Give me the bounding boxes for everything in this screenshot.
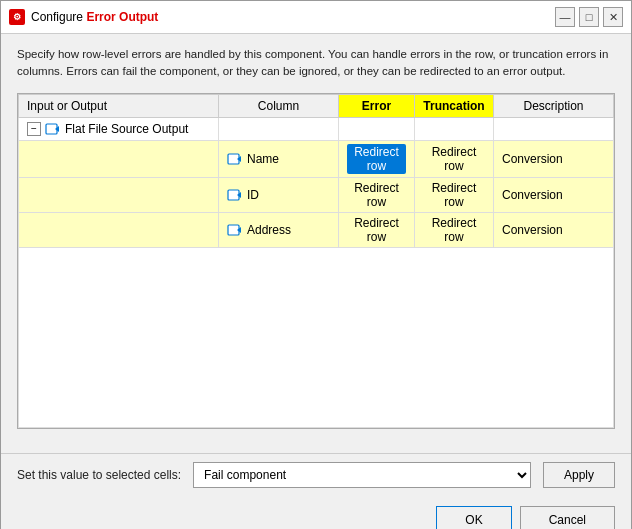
address-description-cell: Conversion — [494, 212, 614, 247]
name-error-cell[interactable]: Redirect row — [339, 140, 415, 177]
maximize-button[interactable]: □ — [579, 7, 599, 27]
col-header-truncation: Truncation — [415, 94, 494, 117]
col-address-label: Address — [247, 223, 291, 237]
source-output-row: − Flat File Source Output — [19, 117, 614, 140]
title-bar: ⚙ Configure Error Output — □ ✕ — [1, 1, 631, 34]
footer: OK Cancel — [1, 496, 631, 530]
set-value-label: Set this value to selected cells: — [17, 468, 181, 482]
column-icon — [227, 187, 243, 203]
id-error-value: Redirect row — [354, 181, 399, 209]
bottom-bar: Set this value to selected cells: Fail c… — [1, 453, 631, 496]
col-header-input-output: Input or Output — [19, 94, 219, 117]
address-error-value: Redirect row — [354, 216, 399, 244]
col-id-label: ID — [247, 188, 259, 202]
cancel-button[interactable]: Cancel — [520, 506, 615, 530]
col-name-cell: Name — [219, 140, 339, 177]
description-text: Specify how row-level errors are handled… — [17, 46, 615, 81]
col-name-label: Name — [247, 152, 279, 166]
address-truncation-value: Redirect row — [432, 216, 477, 244]
id-error-cell[interactable]: Redirect row — [339, 177, 415, 212]
name-error-value: Redirect row — [347, 144, 406, 174]
window-body: Specify how row-level errors are handled… — [1, 34, 631, 453]
configure-error-output-window: ⚙ Configure Error Output — □ ✕ Specify h… — [0, 0, 632, 529]
source-output-cell: − Flat File Source Output — [19, 117, 219, 140]
empty-spacer — [19, 247, 614, 427]
window-icon: ⚙ — [9, 9, 25, 25]
apply-button[interactable]: Apply — [543, 462, 615, 488]
name-description-cell: Conversion — [494, 140, 614, 177]
column-icon — [227, 151, 243, 167]
name-truncation-cell[interactable]: Redirect row — [415, 140, 494, 177]
close-button[interactable]: ✕ — [603, 7, 623, 27]
name-truncation-value: Redirect row — [432, 145, 477, 173]
source-output-icon — [45, 121, 61, 137]
id-description-cell: Conversion — [494, 177, 614, 212]
table-row: ID Redirect row Redirect row Conversion — [19, 177, 614, 212]
col-header-error: Error — [339, 94, 415, 117]
address-truncation-cell[interactable]: Redirect row — [415, 212, 494, 247]
col-header-description: Description — [494, 94, 614, 117]
table-row: Address Redirect row Redirect row Conver… — [19, 212, 614, 247]
title-bar-controls: — □ ✕ — [555, 7, 623, 27]
id-truncation-cell[interactable]: Redirect row — [415, 177, 494, 212]
address-error-cell[interactable]: Redirect row — [339, 212, 415, 247]
expand-icon[interactable]: − — [27, 122, 41, 136]
value-dropdown[interactable]: Fail component Ignore failure Redirect r… — [193, 462, 531, 488]
error-output-table: Input or Output Column Error Truncation … — [17, 93, 615, 429]
minimize-button[interactable]: — — [555, 7, 575, 27]
column-icon — [227, 222, 243, 238]
id-truncation-value: Redirect row — [432, 181, 477, 209]
source-output-label: Flat File Source Output — [65, 122, 188, 136]
table-row: Name Redirect row Redirect row Conversio… — [19, 140, 614, 177]
col-address-cell: Address — [219, 212, 339, 247]
window-title: Configure Error Output — [31, 10, 158, 24]
ok-button[interactable]: OK — [436, 506, 511, 530]
title-bar-left: ⚙ Configure Error Output — [9, 9, 158, 25]
col-header-column: Column — [219, 94, 339, 117]
col-id-cell: ID — [219, 177, 339, 212]
